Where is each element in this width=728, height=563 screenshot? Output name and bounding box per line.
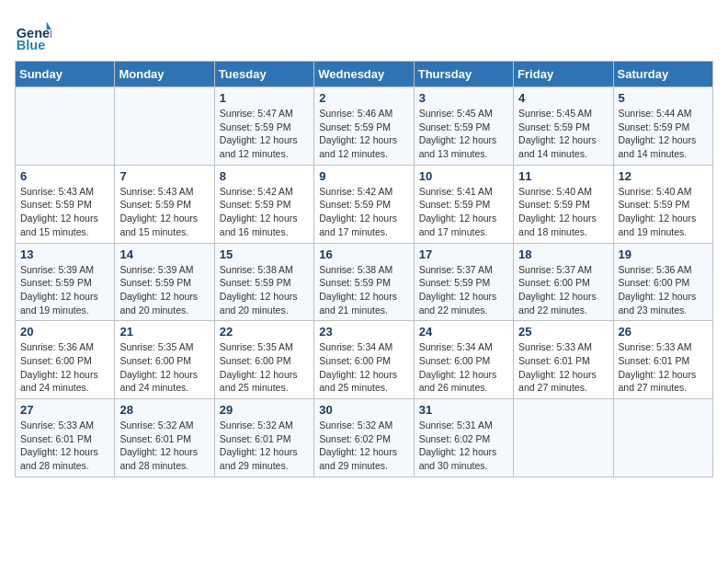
day-info: Sunrise: 5:37 AMSunset: 5:59 PMDaylight:…: [419, 263, 508, 317]
logo: General Blue: [15, 15, 55, 52]
calendar-week-5: 27Sunrise: 5:33 AMSunset: 6:01 PMDayligh…: [16, 399, 713, 477]
calendar-cell: 20Sunrise: 5:36 AMSunset: 6:00 PMDayligh…: [16, 321, 115, 399]
day-info: Sunrise: 5:43 AMSunset: 5:59 PMDaylight:…: [20, 185, 109, 239]
day-number: 27: [20, 403, 109, 417]
day-info: Sunrise: 5:47 AMSunset: 5:59 PMDaylight:…: [220, 107, 309, 161]
day-info: Sunrise: 5:38 AMSunset: 5:59 PMDaylight:…: [220, 263, 309, 317]
day-info: Sunrise: 5:32 AMSunset: 6:01 PMDaylight:…: [119, 419, 209, 473]
weekday-header-row: SundayMondayTuesdayWednesdayThursdayFrid…: [16, 62, 713, 87]
calendar-cell: 17Sunrise: 5:37 AMSunset: 5:59 PMDayligh…: [414, 243, 513, 321]
day-number: 18: [518, 247, 608, 261]
day-number: 2: [319, 91, 408, 105]
calendar-week-2: 6Sunrise: 5:43 AMSunset: 5:59 PMDaylight…: [16, 165, 713, 243]
calendar-cell: 23Sunrise: 5:34 AMSunset: 6:00 PMDayligh…: [314, 321, 414, 399]
weekday-header-tuesday: Tuesday: [214, 62, 313, 87]
day-info: Sunrise: 5:36 AMSunset: 6:00 PMDaylight:…: [20, 340, 109, 395]
calendar-table: SundayMondayTuesdayWednesdayThursdayFrid…: [15, 61, 713, 477]
day-number: 12: [619, 169, 708, 183]
day-number: 14: [119, 247, 209, 261]
day-number: 15: [220, 247, 309, 261]
calendar-cell: 4Sunrise: 5:45 AMSunset: 5:59 PMDaylight…: [514, 87, 613, 166]
day-info: Sunrise: 5:40 AMSunset: 5:59 PMDaylight:…: [619, 185, 708, 239]
day-number: 19: [619, 247, 708, 261]
weekday-header-friday: Friday: [514, 62, 613, 87]
day-info: Sunrise: 5:40 AMSunset: 5:59 PMDaylight:…: [518, 185, 608, 239]
day-info: Sunrise: 5:42 AMSunset: 5:59 PMDaylight:…: [319, 185, 408, 239]
calendar-cell: 24Sunrise: 5:34 AMSunset: 6:00 PMDayligh…: [414, 321, 513, 399]
day-info: Sunrise: 5:39 AMSunset: 5:59 PMDaylight:…: [119, 263, 209, 317]
day-info: Sunrise: 5:44 AMSunset: 5:59 PMDaylight:…: [619, 107, 708, 161]
calendar-cell: 1Sunrise: 5:47 AMSunset: 5:59 PMDaylight…: [214, 87, 313, 166]
calendar-cell: 25Sunrise: 5:33 AMSunset: 6:01 PMDayligh…: [514, 321, 613, 399]
calendar-cell: [16, 87, 115, 166]
day-number: 13: [20, 247, 109, 261]
day-number: 23: [319, 325, 408, 339]
calendar-cell: 5Sunrise: 5:44 AMSunset: 5:59 PMDaylight…: [613, 87, 712, 166]
calendar-cell: 12Sunrise: 5:40 AMSunset: 5:59 PMDayligh…: [613, 165, 712, 243]
day-info: Sunrise: 5:33 AMSunset: 6:01 PMDaylight:…: [20, 419, 109, 473]
day-number: 7: [119, 169, 209, 183]
day-number: 31: [419, 403, 508, 417]
day-info: Sunrise: 5:34 AMSunset: 6:00 PMDaylight:…: [419, 340, 508, 395]
calendar-cell: 6Sunrise: 5:43 AMSunset: 5:59 PMDaylight…: [16, 165, 115, 243]
calendar-cell: 26Sunrise: 5:33 AMSunset: 6:01 PMDayligh…: [613, 321, 712, 399]
calendar-cell: 21Sunrise: 5:35 AMSunset: 6:00 PMDayligh…: [115, 321, 214, 399]
calendar-cell: [514, 399, 613, 477]
calendar-cell: 16Sunrise: 5:38 AMSunset: 5:59 PMDayligh…: [314, 243, 414, 321]
weekday-header-sunday: Sunday: [16, 62, 115, 87]
weekday-header-thursday: Thursday: [414, 62, 513, 87]
day-info: Sunrise: 5:33 AMSunset: 6:01 PMDaylight:…: [619, 340, 708, 395]
day-number: 21: [119, 325, 209, 339]
calendar-cell: 13Sunrise: 5:39 AMSunset: 5:59 PMDayligh…: [16, 243, 115, 321]
calendar-cell: 30Sunrise: 5:32 AMSunset: 6:02 PMDayligh…: [314, 399, 414, 477]
calendar-cell: 18Sunrise: 5:37 AMSunset: 6:00 PMDayligh…: [514, 243, 613, 321]
day-number: 17: [419, 247, 508, 261]
day-number: 24: [419, 325, 508, 339]
day-number: 5: [619, 91, 708, 105]
calendar-cell: 7Sunrise: 5:43 AMSunset: 5:59 PMDaylight…: [115, 165, 214, 243]
calendar-cell: 10Sunrise: 5:41 AMSunset: 5:59 PMDayligh…: [414, 165, 513, 243]
day-info: Sunrise: 5:42 AMSunset: 5:59 PMDaylight:…: [220, 185, 309, 239]
day-info: Sunrise: 5:35 AMSunset: 6:00 PMDaylight:…: [220, 340, 309, 395]
day-number: 10: [419, 169, 508, 183]
day-info: Sunrise: 5:31 AMSunset: 6:02 PMDaylight:…: [419, 419, 508, 473]
calendar-cell: 28Sunrise: 5:32 AMSunset: 6:01 PMDayligh…: [115, 399, 214, 477]
calendar-cell: 3Sunrise: 5:45 AMSunset: 5:59 PMDaylight…: [414, 87, 513, 166]
day-info: Sunrise: 5:45 AMSunset: 5:59 PMDaylight:…: [518, 107, 608, 161]
day-info: Sunrise: 5:35 AMSunset: 6:00 PMDaylight:…: [119, 340, 209, 395]
day-number: 1: [220, 91, 309, 105]
calendar-cell: [613, 399, 712, 477]
day-number: 4: [518, 91, 608, 105]
day-number: 25: [518, 325, 608, 339]
calendar-cell: 15Sunrise: 5:38 AMSunset: 5:59 PMDayligh…: [214, 243, 313, 321]
day-info: Sunrise: 5:46 AMSunset: 5:59 PMDaylight:…: [319, 107, 408, 161]
day-info: Sunrise: 5:43 AMSunset: 5:59 PMDaylight:…: [119, 185, 209, 239]
calendar-cell: 2Sunrise: 5:46 AMSunset: 5:59 PMDaylight…: [314, 87, 414, 166]
calendar-cell: 22Sunrise: 5:35 AMSunset: 6:00 PMDayligh…: [214, 321, 313, 399]
day-number: 11: [518, 169, 608, 183]
day-info: Sunrise: 5:38 AMSunset: 5:59 PMDaylight:…: [319, 263, 408, 317]
day-number: 9: [319, 169, 408, 183]
weekday-header-saturday: Saturday: [613, 62, 712, 87]
day-info: Sunrise: 5:33 AMSunset: 6:01 PMDaylight:…: [518, 340, 608, 395]
page-header: General Blue: [15, 15, 713, 52]
calendar-cell: 31Sunrise: 5:31 AMSunset: 6:02 PMDayligh…: [414, 399, 513, 477]
calendar-cell: 14Sunrise: 5:39 AMSunset: 5:59 PMDayligh…: [115, 243, 214, 321]
calendar-cell: 27Sunrise: 5:33 AMSunset: 6:01 PMDayligh…: [16, 399, 115, 477]
day-info: Sunrise: 5:37 AMSunset: 6:00 PMDaylight:…: [518, 263, 608, 317]
day-info: Sunrise: 5:34 AMSunset: 6:00 PMDaylight:…: [319, 340, 408, 395]
calendar-cell: 11Sunrise: 5:40 AMSunset: 5:59 PMDayligh…: [514, 165, 613, 243]
day-number: 28: [119, 403, 209, 417]
day-number: 8: [220, 169, 309, 183]
calendar-cell: [115, 87, 214, 166]
calendar-cell: 8Sunrise: 5:42 AMSunset: 5:59 PMDaylight…: [214, 165, 313, 243]
calendar-week-1: 1Sunrise: 5:47 AMSunset: 5:59 PMDaylight…: [16, 87, 713, 166]
day-number: 6: [20, 169, 109, 183]
weekday-header-monday: Monday: [115, 62, 214, 87]
day-info: Sunrise: 5:45 AMSunset: 5:59 PMDaylight:…: [419, 107, 508, 161]
day-number: 22: [220, 325, 309, 339]
svg-text:Blue: Blue: [17, 38, 45, 52]
calendar-cell: 9Sunrise: 5:42 AMSunset: 5:59 PMDaylight…: [314, 165, 414, 243]
day-number: 26: [619, 325, 708, 339]
day-number: 30: [319, 403, 408, 417]
